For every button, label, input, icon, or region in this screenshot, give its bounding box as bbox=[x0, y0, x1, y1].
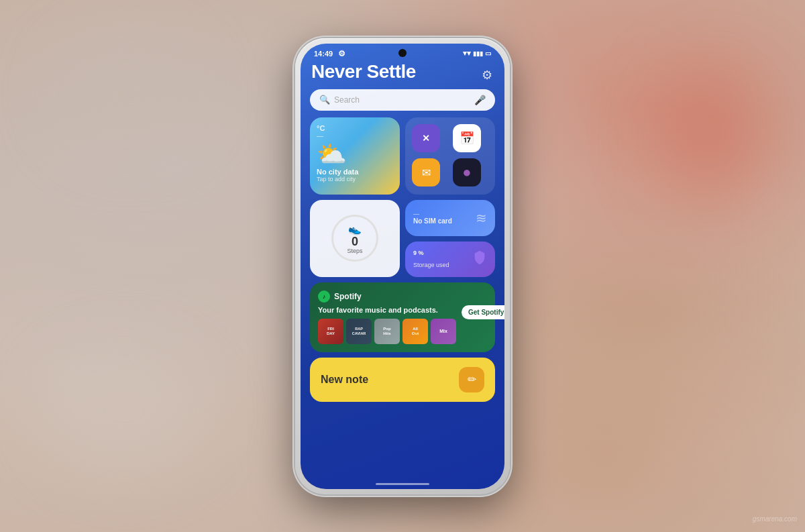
spotify-text-col: Your favorite music and podcasts. FRIDAY… bbox=[318, 305, 456, 344]
phone-screen: 14:49 ⚙ ▾▾ ▮▮▮ ▭ ⚙ Never Settle bbox=[301, 44, 504, 489]
calendar-app-icon[interactable]: 📅 bbox=[453, 124, 481, 152]
new-note-widget[interactable]: New note ✏ bbox=[310, 358, 495, 402]
spotify-albums: FRIDAY RAPCAVIAR PopHits AllOut Mix bbox=[318, 319, 456, 344]
signal-icon: ▮▮▮ bbox=[473, 50, 483, 57]
watermark: gsmarena.com bbox=[753, 515, 797, 523]
sim-text: No SIM card bbox=[413, 217, 452, 225]
camera-app-icon[interactable]: ● bbox=[453, 158, 481, 187]
search-placeholder: Search bbox=[334, 95, 360, 105]
spotify-body: Your favorite music and podcasts. FRIDAY… bbox=[318, 305, 487, 344]
album-4: AllOut bbox=[402, 319, 428, 344]
album-2: RAPCAVIAR bbox=[346, 319, 372, 344]
steps-label: Steps bbox=[347, 248, 362, 254]
spotify-cta-button[interactable]: Get Spotify free bbox=[462, 305, 504, 319]
note-edit-button[interactable]: ✏ bbox=[459, 367, 484, 392]
sim-widget[interactable]: — No SIM card ≋ bbox=[405, 200, 495, 236]
home-indicator[interactable] bbox=[376, 483, 429, 485]
weather-dash: — bbox=[317, 132, 393, 140]
spotify-widget[interactable]: ♪ Spotify Your favorite music and podcas… bbox=[310, 282, 495, 352]
weather-city: No city data bbox=[317, 168, 393, 176]
apps-widget[interactable]: ✕ 📅 ✉ ● bbox=[405, 117, 495, 195]
mic-icon[interactable]: 🎤 bbox=[474, 95, 486, 105]
weather-tap-text: Tap to add city bbox=[317, 176, 393, 182]
right-col-widgets: — No SIM card ≋ 9 % bbox=[405, 200, 495, 277]
storage-percent: 9 % bbox=[413, 250, 449, 262]
status-settings-icon: ⚙ bbox=[338, 49, 345, 58]
search-bar[interactable]: 🔍 Search 🎤 bbox=[310, 89, 495, 111]
storage-icon bbox=[472, 250, 487, 268]
status-right: ▾▾ ▮▮▮ ▭ bbox=[463, 49, 491, 58]
steps-count: 0 bbox=[352, 235, 358, 248]
battery-icon: ▭ bbox=[485, 50, 491, 57]
page-title: Never Settle bbox=[310, 61, 495, 83]
widget-grid-row1: °C — ⛅ No city data Tap to add city ✕ 📅 bbox=[310, 117, 495, 195]
signal-bars-icon: ≋ bbox=[476, 210, 487, 226]
storage-percent-symbol: % bbox=[417, 250, 424, 256]
sim-dash: — bbox=[413, 211, 452, 217]
spotify-tagline: Your favorite music and podcasts. bbox=[318, 305, 456, 315]
spotify-header: ♪ Spotify bbox=[318, 290, 487, 303]
widget-grid-row2: 👟 0 Steps — No SIM card bbox=[310, 200, 495, 277]
gmail-app-icon[interactable]: ✉ bbox=[412, 158, 440, 187]
status-left: 14:49 ⚙ bbox=[314, 49, 345, 58]
edit-icon: ✏ bbox=[468, 373, 476, 386]
screen-content: Never Settle 🔍 Search 🎤 °C — bbox=[301, 61, 504, 402]
album-3: PopHits bbox=[374, 319, 400, 344]
weather-unit: °C bbox=[317, 124, 393, 132]
album-5: Mix bbox=[431, 319, 456, 344]
storage-left: 9 % Storage used bbox=[413, 250, 449, 268]
spotify-name: Spotify bbox=[334, 292, 362, 301]
settings-icon[interactable]: ⚙ bbox=[482, 68, 492, 83]
new-note-label: New note bbox=[321, 374, 368, 386]
steps-circle: 👟 0 Steps bbox=[331, 215, 378, 262]
steps-icon: 👟 bbox=[348, 223, 362, 235]
sim-left: — No SIM card bbox=[413, 211, 452, 225]
front-camera bbox=[398, 49, 407, 57]
time-display: 14:49 bbox=[314, 50, 333, 58]
spotify-logo: ♪ bbox=[318, 290, 330, 303]
storage-widget[interactable]: 9 % Storage used bbox=[405, 242, 495, 277]
wifi-icon: ▾▾ bbox=[463, 49, 471, 58]
steps-widget[interactable]: 👟 0 Steps bbox=[310, 200, 400, 277]
phone-frame: 14:49 ⚙ ▾▾ ▮▮▮ ▭ ⚙ Never Settle bbox=[295, 38, 510, 494]
calculator-app-icon[interactable]: ✕ bbox=[412, 124, 440, 152]
album-1: FRIDAY bbox=[318, 319, 343, 344]
phone-container: 14:49 ⚙ ▾▾ ▮▮▮ ▭ ⚙ Never Settle bbox=[295, 38, 510, 494]
search-icon: 🔍 bbox=[319, 95, 330, 105]
weather-widget[interactable]: °C — ⛅ No city data Tap to add city bbox=[310, 117, 400, 195]
storage-label: Storage used bbox=[413, 262, 449, 268]
weather-icon: ⛅ bbox=[317, 142, 393, 166]
search-left: 🔍 Search bbox=[319, 95, 360, 105]
